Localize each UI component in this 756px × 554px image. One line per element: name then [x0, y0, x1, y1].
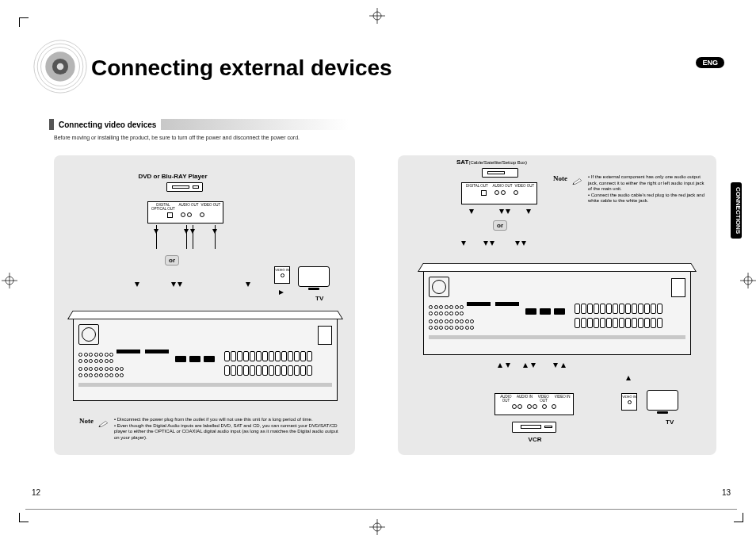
note-label: Note: [79, 417, 94, 441]
vcr-ports: AUDIO OUT AUDIO IN VIDEO OUT VIDEO IN: [494, 393, 574, 415]
note-text: • Disconnect the power plug from the out…: [114, 417, 342, 441]
note-block: Note • If the external component has onl…: [553, 174, 708, 204]
section-side-tab: CONNECTIONS: [731, 182, 742, 239]
registration-mark-icon: [369, 8, 385, 24]
tv-video-in-port: VIDEO IN: [274, 266, 290, 284]
tv-icon: [298, 266, 330, 292]
section-heading-bar: Connecting video devices: [49, 119, 349, 130]
section-heading: Connecting video devices: [54, 120, 161, 129]
receiver-rear-panel: [423, 271, 691, 355]
vcr-icon: [512, 422, 556, 433]
or-badge: or: [493, 220, 507, 231]
dvd-ports: DIGITAL OPTICAL OUT AUDIO OUT VIDEO OUT: [147, 201, 223, 224]
diagram-sat-vcr-panel: SAT(Cable/Satellite/Settop Box) DIGITAL …: [398, 155, 716, 455]
tv-icon: [647, 390, 678, 415]
speaker-icon: [32, 38, 89, 95]
language-badge: ENG: [696, 57, 724, 68]
dvd-player-icon: [166, 182, 203, 192]
crop-mark: [19, 17, 29, 27]
receiver-rear-panel: [73, 319, 338, 401]
section-subnote: Before moving or installing the product,…: [54, 135, 300, 140]
tv-label: TV: [315, 295, 323, 302]
crop-mark: [19, 513, 29, 522]
crop-mark: [734, 513, 743, 522]
sat-box-icon: [482, 168, 518, 178]
page-title: Connecting external devices: [91, 55, 392, 81]
sat-ports: DIGITAL OUT AUDIO OUT VIDEO OUT: [461, 182, 537, 204]
note-block: Note • Disconnect the power plug from th…: [79, 417, 342, 441]
registration-mark-icon: [2, 273, 17, 288]
diagram-dvd-panel: DVD or Blu-RAY Player DIGITAL OPTICAL OU…: [54, 155, 355, 455]
dvd-player-label: DVD or Blu-RAY Player: [54, 173, 292, 180]
tv-video-in-port: VIDEO IN: [621, 393, 637, 411]
pencil-icon: [572, 174, 583, 189]
note-label: Note: [553, 174, 567, 182]
page-number-left: 12: [32, 488, 40, 497]
registration-mark-icon: [740, 273, 756, 288]
registration-mark-icon: [369, 519, 385, 535]
footer-rule: [25, 509, 737, 510]
sat-label: SAT(Cable/Satellite/Settop Box): [456, 159, 527, 166]
or-badge: or: [165, 255, 179, 266]
note-text: • If the external component has only one…: [588, 174, 708, 204]
pencil-icon: [98, 417, 109, 441]
svg-point-17: [57, 63, 64, 71]
vcr-label: VCR: [521, 436, 548, 443]
page-number-right: 13: [722, 488, 731, 497]
tv-label: TV: [666, 418, 674, 426]
